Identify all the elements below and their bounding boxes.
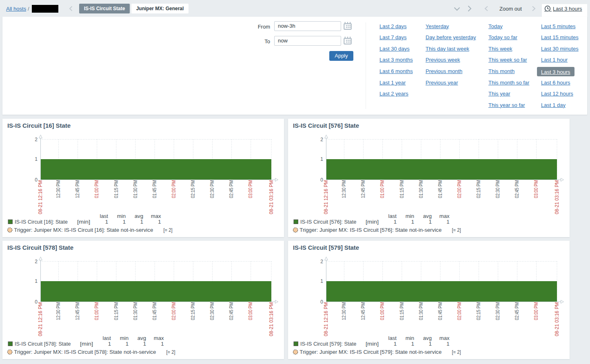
svg-text:[= 2]: [= 2] — [164, 227, 173, 233]
svg-text:Trigger: Juniper MX: IS-IS Cir: Trigger: Juniper MX: IS-IS Circuit [578]… — [14, 349, 156, 355]
svg-text:1: 1 — [140, 219, 143, 225]
svg-text:03:00 PM: 03:00 PM — [248, 302, 253, 320]
svg-text:01:30 PM: 01:30 PM — [418, 180, 424, 198]
svg-text:1: 1 — [429, 219, 432, 225]
svg-text:03:00 PM: 03:00 PM — [533, 302, 539, 320]
svg-text:1: 1 — [411, 341, 414, 347]
svg-text:last: last — [388, 335, 397, 341]
svg-text:1: 1 — [158, 219, 161, 225]
svg-text:02:45 PM: 02:45 PM — [228, 302, 234, 320]
svg-text:03:00 PM: 03:00 PM — [533, 180, 539, 198]
svg-text:Trigger: Juniper MX: IS-IS Cir: Trigger: Juniper MX: IS-IS Circuit [576]… — [299, 227, 441, 233]
svg-text:last: last — [100, 213, 108, 219]
svg-text:02:45 PM: 02:45 PM — [514, 180, 520, 198]
svg-text:IS-IS Circuit [16]: State: IS-IS Circuit [16]: State — [15, 219, 68, 225]
svg-text:[= 2]: [= 2] — [452, 227, 461, 233]
svg-text:01:00 PM: 01:00 PM — [94, 302, 100, 320]
svg-text:avg: avg — [138, 335, 146, 341]
svg-text:01:30 PM: 01:30 PM — [418, 302, 424, 320]
svg-text:1: 1 — [123, 219, 126, 225]
svg-text:[= 2]: [= 2] — [166, 349, 175, 355]
svg-text:02:15 PM: 02:15 PM — [476, 180, 481, 198]
svg-text:08-21 12:16 PM: 08-21 12:16 PM — [323, 180, 329, 214]
svg-text:01:45 PM: 01:45 PM — [437, 302, 443, 320]
svg-text:01:00 PM: 01:00 PM — [379, 302, 385, 320]
svg-text:12:30 PM: 12:30 PM — [55, 180, 61, 198]
svg-text:12:45 PM: 12:45 PM — [75, 302, 80, 320]
svg-text:1: 1 — [394, 219, 397, 225]
svg-text:[min]: [min] — [80, 341, 93, 347]
svg-text:01:15 PM: 01:15 PM — [399, 302, 405, 320]
svg-text:[min]: [min] — [77, 219, 90, 225]
svg-text:1: 1 — [394, 341, 397, 347]
svg-text:01:30 PM: 01:30 PM — [133, 180, 138, 198]
svg-text:02:15 PM: 02:15 PM — [190, 302, 196, 320]
svg-text:01:15 PM: 01:15 PM — [399, 180, 405, 198]
svg-text:IS-IS Circuit [579] State: IS-IS Circuit [579] State — [293, 244, 359, 251]
svg-text:max: max — [439, 335, 450, 341]
svg-text:08-21 12:16 PM: 08-21 12:16 PM — [323, 302, 329, 336]
svg-text:02:30 PM: 02:30 PM — [209, 302, 215, 320]
svg-text:01:00 PM: 01:00 PM — [94, 180, 100, 198]
svg-text:1: 1 — [429, 341, 432, 347]
svg-text:1: 1 — [161, 341, 164, 347]
svg-text:1: 1 — [320, 278, 323, 284]
svg-text:avg: avg — [135, 213, 143, 219]
svg-text:02:00 PM: 02:00 PM — [457, 302, 462, 320]
svg-text:2: 2 — [320, 137, 323, 142]
svg-text:12:30 PM: 12:30 PM — [341, 180, 347, 198]
svg-text:12:30 PM: 12:30 PM — [341, 302, 347, 320]
svg-text:01:15 PM: 01:15 PM — [113, 302, 119, 320]
svg-text:last: last — [102, 335, 111, 341]
svg-text:12:45 PM: 12:45 PM — [360, 302, 366, 320]
svg-text:1: 1 — [35, 156, 38, 162]
svg-text:01:45 PM: 01:45 PM — [152, 180, 157, 198]
svg-text:max: max — [151, 213, 161, 219]
svg-text:12:45 PM: 12:45 PM — [360, 180, 366, 198]
svg-text:08-21 12:16 PM: 08-21 12:16 PM — [38, 180, 43, 214]
svg-text:02:30 PM: 02:30 PM — [209, 180, 215, 198]
svg-text:IS-IS Circuit [576] State: IS-IS Circuit [576] State — [293, 122, 359, 129]
svg-text:1: 1 — [411, 219, 414, 225]
svg-text:01:30 PM: 01:30 PM — [133, 302, 138, 320]
svg-text:02:30 PM: 02:30 PM — [495, 180, 501, 198]
svg-text:min: min — [120, 335, 129, 341]
svg-text:IS-IS Circuit [579]: State: IS-IS Circuit [579]: State — [300, 341, 357, 347]
svg-text:1: 1 — [446, 341, 449, 347]
svg-text:01:45 PM: 01:45 PM — [437, 180, 443, 198]
svg-text:Trigger: Juniper MX: IS-IS Cir: Trigger: Juniper MX: IS-IS Circuit [579]… — [299, 349, 441, 355]
svg-text:[min]: [min] — [366, 341, 379, 347]
svg-text:min: min — [117, 213, 126, 219]
svg-text:12:45 PM: 12:45 PM — [75, 180, 80, 198]
svg-text:2: 2 — [35, 259, 38, 264]
svg-text:Trigger: Juniper MX: IS-IS Cir: Trigger: Juniper MX: IS-IS Circuit [16]:… — [14, 227, 153, 233]
svg-text:02:00 PM: 02:00 PM — [457, 180, 462, 198]
svg-text:min: min — [406, 335, 414, 341]
svg-text:01:00 PM: 01:00 PM — [379, 180, 385, 198]
svg-text:08-21 12:16 PM: 08-21 12:16 PM — [38, 302, 43, 336]
svg-text:02:00 PM: 02:00 PM — [171, 180, 177, 198]
svg-text:02:30 PM: 02:30 PM — [495, 302, 501, 320]
svg-text:03:00 PM: 03:00 PM — [248, 180, 253, 198]
svg-text:08-21 03:16 PM: 08-21 03:16 PM — [554, 302, 560, 336]
svg-text:avg: avg — [423, 335, 432, 341]
svg-text:IS-IS Circuit [578] State: IS-IS Circuit [578] State — [7, 244, 73, 251]
svg-text:08-21 03:16 PM: 08-21 03:16 PM — [554, 180, 560, 214]
svg-text:1: 1 — [126, 341, 129, 347]
svg-text:last: last — [388, 213, 397, 219]
svg-text:2: 2 — [320, 259, 323, 264]
svg-text:02:15 PM: 02:15 PM — [476, 302, 481, 320]
svg-text:1: 1 — [143, 341, 146, 347]
svg-text:1: 1 — [446, 219, 449, 225]
svg-text:IS-IS Circuit [578]: State: IS-IS Circuit [578]: State — [15, 341, 71, 347]
svg-text:02:45 PM: 02:45 PM — [514, 302, 520, 320]
svg-text:max: max — [439, 213, 450, 219]
svg-text:IS-IS Circuit [576]: State: IS-IS Circuit [576]: State — [300, 219, 357, 225]
svg-text:1: 1 — [108, 341, 111, 347]
svg-text:02:15 PM: 02:15 PM — [190, 180, 196, 198]
svg-text:08-21 03:16 PM: 08-21 03:16 PM — [268, 302, 274, 336]
svg-text:12:30 PM: 12:30 PM — [55, 302, 61, 320]
svg-text:1: 1 — [105, 219, 108, 225]
svg-text:avg: avg — [423, 213, 432, 219]
svg-text:1: 1 — [35, 278, 38, 284]
